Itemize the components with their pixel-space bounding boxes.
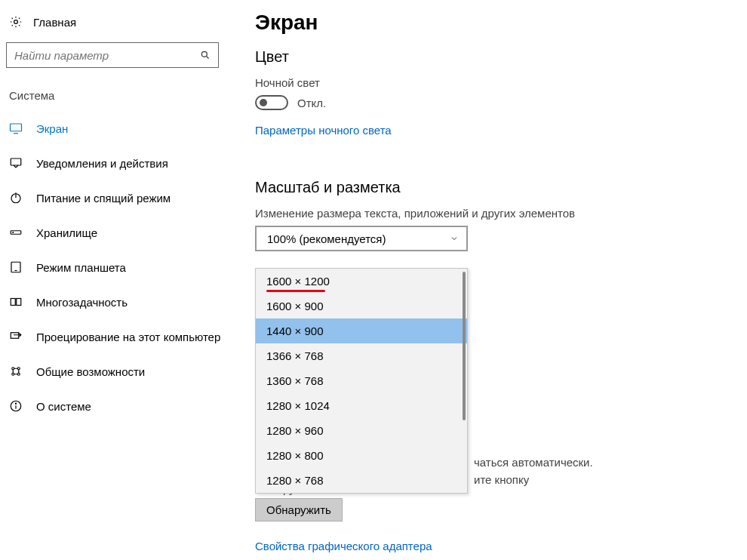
sidebar-item-about[interactable]: О системе bbox=[6, 389, 228, 423]
sidebar-item-shared[interactable]: Общие возможности bbox=[6, 354, 228, 389]
sidebar-item-notifications[interactable]: Уведомления и действия bbox=[6, 146, 228, 180]
svg-line-2 bbox=[207, 57, 209, 59]
resolution-option[interactable]: 1280 × 800 bbox=[256, 443, 467, 468]
sidebar-item-label: Многозадачность bbox=[36, 296, 128, 309]
sidebar-item-power[interactable]: Питание и спящий режим bbox=[6, 180, 228, 215]
sidebar-item-multitasking[interactable]: Многозадачность bbox=[6, 285, 228, 319]
night-light-settings-link[interactable]: Параметры ночного света bbox=[255, 124, 392, 137]
sidebar-item-label: Проецирование на этот компьютер bbox=[36, 331, 220, 343]
resolution-option[interactable]: 1280 × 960 bbox=[256, 418, 467, 443]
night-light-label: Ночной свет bbox=[255, 76, 747, 89]
search-box[interactable] bbox=[6, 42, 219, 68]
scale-dropdown[interactable]: 100% (рекомендуется) bbox=[255, 226, 468, 251]
sidebar-item-label: Уведомления и действия bbox=[36, 157, 168, 170]
dropdown-scrollbar[interactable] bbox=[463, 272, 466, 490]
main-content: Экран Цвет Ночной свет Откл. Параметры н… bbox=[234, 0, 747, 552]
gear-icon bbox=[9, 15, 23, 29]
scale-heading: Масштаб и разметка bbox=[255, 179, 747, 196]
resolution-list: 1600 × 12001600 × 9001440 × 9001366 × 76… bbox=[256, 269, 467, 493]
power-icon bbox=[9, 191, 23, 205]
color-heading: Цвет bbox=[255, 48, 747, 66]
svg-point-18 bbox=[17, 373, 20, 375]
sidebar-item-projecting[interactable]: Проецирование на этот компьютер bbox=[6, 319, 228, 354]
graphics-adapter-link[interactable]: Свойства графического адаптера bbox=[255, 540, 432, 552]
resolution-option[interactable]: 1366 × 768 bbox=[256, 343, 467, 368]
resolution-option[interactable]: 1280 × 768 bbox=[256, 468, 467, 493]
scale-field-label: Изменение размера текста, приложений и д… bbox=[255, 207, 747, 220]
detect-button[interactable]: Обнаружить bbox=[255, 498, 343, 522]
about-icon bbox=[9, 399, 23, 413]
multitasking-icon bbox=[9, 295, 23, 309]
night-light-toggle[interactable] bbox=[255, 95, 288, 110]
svg-point-9 bbox=[13, 232, 14, 233]
storage-icon bbox=[9, 226, 23, 239]
home-link[interactable]: Главная bbox=[6, 12, 228, 39]
resolution-option[interactable]: 1280 × 1024 bbox=[256, 393, 467, 418]
svg-rect-14 bbox=[11, 333, 19, 339]
sidebar-item-display[interactable]: Экран bbox=[6, 111, 228, 146]
svg-rect-3 bbox=[11, 124, 22, 131]
sidebar: Главная Система Экран Уведомления и дейс… bbox=[0, 0, 234, 552]
toggle-knob bbox=[260, 99, 267, 106]
projecting-icon bbox=[9, 330, 23, 343]
svg-point-21 bbox=[15, 403, 16, 404]
night-light-state: Откл. bbox=[297, 97, 326, 109]
display-icon bbox=[9, 122, 23, 135]
sidebar-item-label: О системе bbox=[36, 400, 91, 413]
sidebar-item-label: Хранилище bbox=[36, 226, 97, 239]
chevron-down-icon bbox=[450, 234, 459, 243]
home-label: Главная bbox=[33, 16, 76, 29]
svg-point-15 bbox=[12, 368, 14, 370]
svg-point-16 bbox=[17, 368, 20, 370]
svg-point-17 bbox=[12, 373, 14, 375]
scale-dropdown-value: 100% (рекомендуется) bbox=[267, 232, 386, 245]
resolution-option[interactable]: 1360 × 768 bbox=[256, 368, 467, 393]
tablet-mode-icon bbox=[9, 260, 23, 274]
svg-point-0 bbox=[14, 20, 18, 24]
notifications-icon bbox=[9, 156, 23, 170]
sidebar-item-tablet-mode[interactable]: Режим планшета bbox=[6, 250, 228, 285]
svg-rect-5 bbox=[11, 158, 21, 165]
resolution-dropdown-open[interactable]: 1600 × 12001600 × 9001440 × 9001366 × 76… bbox=[255, 268, 468, 494]
scrollbar-thumb[interactable] bbox=[463, 272, 466, 420]
sidebar-item-label: Общие возможности bbox=[36, 365, 145, 378]
search-icon bbox=[200, 50, 211, 60]
svg-rect-13 bbox=[17, 299, 21, 306]
svg-point-1 bbox=[201, 51, 207, 57]
resolution-option[interactable]: 1440 × 900 bbox=[256, 318, 467, 343]
svg-rect-12 bbox=[11, 299, 15, 306]
sidebar-section-title: Система bbox=[9, 89, 228, 102]
shared-experiences-icon bbox=[9, 365, 23, 378]
sidebar-item-label: Экран bbox=[36, 122, 68, 135]
page-title: Экран bbox=[255, 11, 747, 35]
sidebar-item-label: Питание и спящий режим bbox=[36, 192, 171, 205]
sidebar-item-label: Режим планшета bbox=[36, 261, 126, 274]
resolution-option[interactable]: 1600 × 900 bbox=[256, 294, 467, 318]
resolution-option[interactable]: 1600 × 1200 bbox=[256, 269, 467, 294]
sidebar-item-storage[interactable]: Хранилище bbox=[6, 215, 228, 250]
search-input[interactable] bbox=[14, 49, 200, 62]
annotation-underline bbox=[266, 290, 325, 292]
